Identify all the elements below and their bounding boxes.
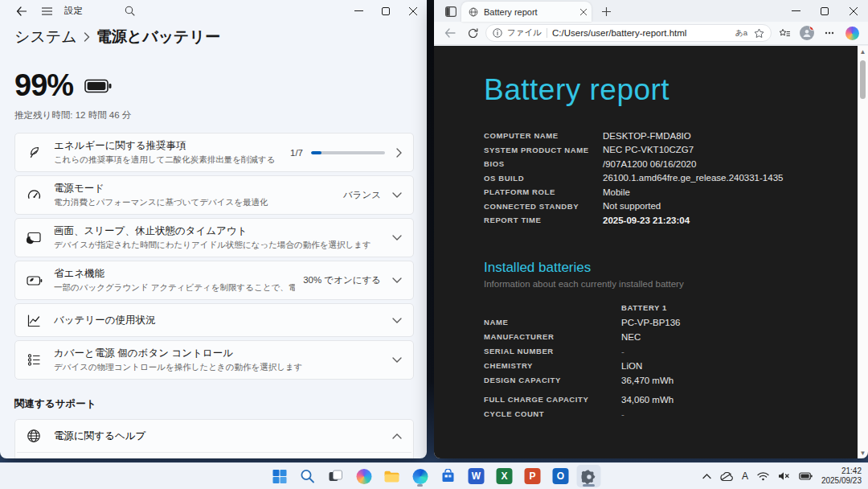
battery-value: 34,060 mWh — [621, 395, 674, 405]
start-button[interactable] — [268, 465, 292, 487]
info-value: NEC PC-VKT10CZG7 — [603, 145, 694, 154]
maximize-button[interactable] — [810, 0, 839, 22]
page-scrollbar[interactable]: ▲ ▼ — [858, 46, 868, 458]
settings-window: 設定 システム 電源とバッテリー 99% 推定残り時間: 12 時間 46 分 — [0, 0, 427, 458]
settings-app-icon[interactable] — [577, 465, 601, 487]
card-energy-recommendations[interactable]: エネルギーに関する推奨事項 これらの推奨事項を適用して二酸化炭素排出量を削減する… — [14, 133, 414, 172]
report-content: Battery report COMPUTER NAMEDESKTOP-FMDA… — [434, 46, 868, 421]
powerpoint-icon[interactable]: P — [521, 465, 545, 487]
wifi-icon[interactable] — [757, 472, 769, 481]
taskbar: W X P O A 21:42 — [0, 462, 868, 489]
taskbar-copilot-icon[interactable] — [352, 465, 376, 487]
task-view-icon[interactable] — [324, 465, 348, 487]
info-value: 2025-09-23 21:23:04 — [603, 216, 690, 225]
browser-back-icon[interactable] — [440, 23, 460, 43]
onedrive-icon[interactable] — [720, 472, 733, 481]
battery-label: SERIAL NUMBER — [484, 347, 621, 355]
card-battery-usage[interactable]: バッテリーの使用状況 — [14, 303, 414, 337]
card-power-mode[interactable]: 電源モード 電力消費とパフォーマンスに基づいてデバイスを最適化 バランス — [14, 175, 414, 215]
report-title: Battery report — [484, 73, 852, 107]
battery-saver-icon — [27, 274, 54, 287]
volume-muted-icon[interactable] — [778, 471, 790, 481]
tab-close-icon[interactable] — [580, 9, 587, 15]
hamburger-menu-icon[interactable] — [37, 3, 56, 19]
breadcrumb-system[interactable]: システム — [14, 27, 77, 47]
maximize-button[interactable] — [372, 0, 399, 22]
chevron-down-icon — [392, 277, 402, 283]
ime-indicator[interactable]: A — [742, 471, 748, 482]
edge-app-icon[interactable] — [408, 465, 432, 487]
close-button[interactable] — [839, 0, 868, 22]
url-text[interactable]: C:/Users/user/battery-report.html — [552, 28, 731, 38]
info-label: PLATFORM ROLE — [484, 187, 603, 196]
info-label: REPORT TIME — [484, 216, 603, 224]
battery-value: LiON — [621, 361, 642, 371]
card-screen-sleep-timeouts[interactable]: 画面、スリープ、休止状態のタイムアウト デバイスが指定された時間にわたりアイドル… — [14, 218, 414, 257]
scrollbar-thumb[interactable] — [860, 60, 866, 99]
card-title: バッテリーの使用状況 — [54, 314, 392, 327]
word-icon[interactable]: W — [465, 465, 489, 487]
back-icon[interactable] — [11, 3, 31, 19]
card-lid-power-button-controls[interactable]: カバーと電源 個のボタン コントロール デバイスの物理コントロールを操作したとき… — [14, 340, 414, 380]
card-subtitle: デバイスの物理コントロールを操作したときの動作を選択します — [54, 362, 392, 373]
scrollbar-up-arrow[interactable]: ▲ — [860, 46, 866, 57]
scrollbar-down-arrow[interactable]: ▼ — [860, 447, 866, 458]
refresh-icon[interactable] — [463, 23, 482, 43]
profile-avatar[interactable] — [797, 23, 817, 43]
new-tab-button[interactable] — [596, 2, 616, 21]
edge-tabstrip: Battery report — [434, 0, 868, 22]
clock[interactable]: 21:42 2025/09/23 — [821, 466, 862, 487]
chevron-right-icon — [396, 148, 402, 158]
card-title: 画面、スリープ、休止状態のタイムアウト — [54, 224, 392, 238]
favorite-star-icon[interactable] — [754, 28, 764, 39]
info-value: DESKTOP-FMDA8IO — [603, 131, 691, 141]
search-icon[interactable] — [120, 3, 139, 19]
battery-value: 36,470 mWh — [621, 376, 674, 385]
power-help-header[interactable]: 電源に関するヘルプ — [15, 420, 413, 452]
outlook-icon[interactable]: O — [549, 465, 573, 487]
copilot-icon[interactable] — [842, 23, 862, 43]
minimize-button[interactable] — [781, 0, 810, 22]
tab-battery-report[interactable]: Battery report — [461, 2, 592, 22]
close-button[interactable] — [399, 0, 427, 22]
edge-window-controls — [781, 0, 868, 22]
battery-label: MANUFACTURER — [484, 332, 621, 341]
chevron-down-icon — [392, 192, 402, 198]
globe-icon — [27, 429, 54, 443]
site-info-icon[interactable] — [493, 28, 502, 38]
info-label: CONNECTED STANDBY — [484, 202, 603, 211]
excel-icon[interactable]: X — [493, 465, 517, 487]
file-explorer-icon[interactable] — [380, 465, 404, 487]
card-energy-saver[interactable]: 省エネ機能 一部のバックグラウンド アクティビティを制限することで、電力消費を削… — [14, 261, 414, 300]
settings-app-title: 設定 — [64, 5, 83, 17]
power-mode-value: バランス — [343, 189, 381, 201]
notification-dot — [809, 26, 814, 31]
card-title: カバーと電源 個のボタン コントロール — [54, 347, 392, 360]
microsoft-store-icon[interactable] — [436, 465, 461, 487]
card-power-help: 電源に関するヘルプ Windows PC を自動的にロックする — [14, 419, 414, 458]
minimize-button[interactable] — [345, 0, 372, 22]
globe-favicon — [469, 7, 478, 17]
favorites-icon[interactable] — [775, 23, 794, 43]
controls-list-icon — [27, 352, 54, 368]
info-label: OS BUILD — [484, 174, 603, 183]
battery-value: PC-VP-BP136 — [621, 318, 681, 327]
address-bar[interactable]: ファイル C:/Users/user/battery-report.html あ… — [485, 24, 772, 42]
tray-chevron-up-icon[interactable] — [702, 474, 711, 479]
info-value: 26100.1.amd64fre.ge_release.240331-1435 — [603, 173, 783, 183]
tray-date: 2025/09/23 — [821, 476, 862, 487]
battery-percent: 99% — [14, 68, 73, 103]
tray-battery-icon[interactable] — [799, 472, 813, 480]
card-subtitle: 電力消費とパフォーマンスに基づいてデバイスを最適化 — [54, 197, 335, 208]
leaf-icon — [27, 145, 54, 160]
battery-value: - — [621, 347, 624, 356]
battery-column-header: BATTERY 1 — [621, 303, 667, 312]
card-subtitle: デバイスが指定された時間にわたりアイドル状態になった場合の動作を選択します — [54, 240, 392, 251]
battery-label: CYCLE COUNT — [484, 409, 621, 418]
tab-actions-icon[interactable] — [440, 2, 461, 21]
info-value: /907A1200 06/16/2020 — [603, 159, 696, 169]
recommendations-progress-bar — [311, 151, 385, 154]
taskbar-search-icon[interactable] — [296, 465, 320, 487]
translate-icon[interactable]: あa — [735, 28, 747, 39]
more-menu-icon[interactable] — [820, 23, 839, 43]
